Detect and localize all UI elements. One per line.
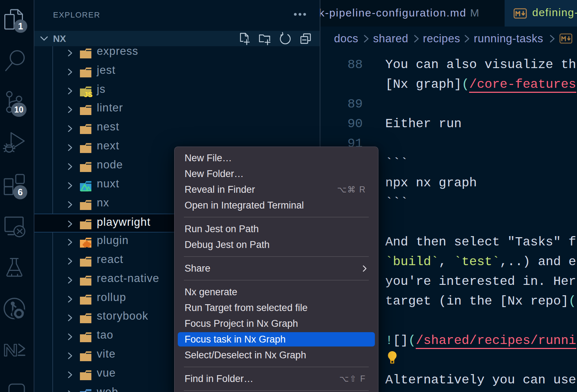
svg-text:10: 10 <box>14 105 24 114</box>
svg-text:1: 1 <box>18 21 23 31</box>
svg-text:JS: JS <box>84 91 92 99</box>
svg-text:6: 6 <box>18 187 23 197</box>
